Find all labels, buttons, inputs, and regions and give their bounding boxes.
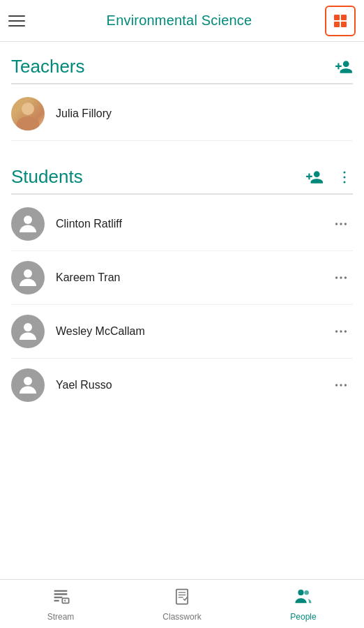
stream-label: Stream [47, 612, 75, 622]
teachers-title: Teachers [11, 56, 85, 77]
students-title: Students [11, 166, 83, 188]
more-horiz-icon [333, 377, 349, 393]
menu-button[interactable] [8, 8, 33, 33]
svg-point-14 [344, 276, 347, 278]
svg-point-8 [335, 223, 338, 225]
avatar [11, 315, 45, 348]
person-icon [15, 319, 40, 344]
svg-point-13 [340, 276, 342, 278]
teachers-section-header: Teachers [11, 42, 353, 84]
bottom-navigation: Stream Classwork People [0, 579, 364, 628]
svg-point-20 [335, 384, 338, 386]
svg-point-25 [298, 590, 303, 595]
student-more-button[interactable] [329, 267, 353, 288]
grid-view-button[interactable] [325, 6, 356, 36]
svg-point-18 [344, 330, 347, 332]
hamburger-line-2 [8, 20, 25, 22]
student-row[interactable]: Kareem Tran [11, 251, 353, 305]
add-student-icon [305, 168, 324, 186]
student-name: Kareem Tran [56, 271, 329, 284]
svg-point-11 [24, 269, 32, 278]
add-student-button[interactable] [305, 168, 324, 186]
student-list: Clinton Ratliff Kareem Tran [11, 197, 353, 412]
nav-classwork[interactable]: Classwork [121, 580, 243, 628]
classwork-icon [172, 587, 192, 609]
student-row[interactable]: Wesley McCallam [11, 305, 353, 359]
main-content: Teachers Julia Fillory Students [0, 42, 364, 579]
page-title: Environmental Science [107, 13, 252, 29]
svg-point-6 [344, 181, 346, 183]
svg-point-16 [335, 330, 338, 332]
svg-point-4 [344, 171, 346, 173]
student-more-button[interactable] [329, 375, 353, 396]
nav-people[interactable]: People [243, 580, 364, 628]
avatar [11, 368, 45, 402]
more-horiz-icon [333, 270, 349, 285]
person-icon [15, 373, 40, 398]
svg-point-21 [340, 384, 342, 386]
teacher-row[interactable]: Julia Fillory [11, 87, 353, 141]
people-icon [294, 587, 313, 609]
svg-point-17 [340, 330, 342, 332]
hamburger-line-1 [8, 15, 25, 17]
teacher-name: Julia Fillory [56, 107, 353, 120]
student-name: Wesley McCallam [56, 325, 329, 338]
nav-stream[interactable]: Stream [0, 580, 121, 628]
svg-point-22 [344, 384, 347, 386]
svg-point-12 [335, 276, 338, 278]
person-icon [15, 211, 40, 237]
svg-rect-3 [341, 22, 347, 27]
svg-point-26 [304, 590, 309, 595]
more-vert-icon [336, 169, 353, 186]
svg-point-19 [24, 377, 32, 385]
hamburger-line-3 [8, 25, 25, 27]
svg-point-15 [24, 323, 32, 331]
avatar [11, 97, 45, 130]
svg-point-9 [340, 223, 342, 225]
svg-rect-24 [176, 589, 188, 604]
add-teacher-button[interactable] [335, 58, 353, 76]
avatar [11, 261, 45, 294]
student-name: Yael Russo [56, 379, 329, 391]
svg-rect-1 [341, 15, 347, 20]
students-actions [305, 168, 353, 186]
student-name: Clinton Ratliff [56, 218, 329, 230]
more-horiz-icon [333, 324, 349, 339]
more-horiz-icon [333, 216, 349, 232]
svg-rect-0 [334, 15, 340, 20]
svg-point-10 [344, 223, 347, 225]
stream-icon [51, 587, 70, 609]
student-row[interactable]: Clinton Ratliff [11, 197, 353, 251]
add-person-icon [335, 58, 353, 76]
svg-rect-2 [334, 22, 340, 27]
app-header: Environmental Science [0, 0, 364, 42]
svg-point-7 [24, 216, 32, 224]
people-label: People [290, 612, 316, 622]
students-section-header: Students [11, 152, 353, 195]
student-row[interactable]: Yael Russo [11, 359, 353, 412]
student-more-button[interactable] [329, 214, 353, 234]
grid-icon [332, 13, 349, 29]
avatar [11, 207, 45, 241]
person-icon [15, 265, 40, 290]
students-more-button[interactable] [336, 169, 353, 186]
classwork-label: Classwork [162, 612, 201, 622]
student-more-button[interactable] [329, 321, 353, 342]
svg-point-5 [344, 176, 346, 178]
